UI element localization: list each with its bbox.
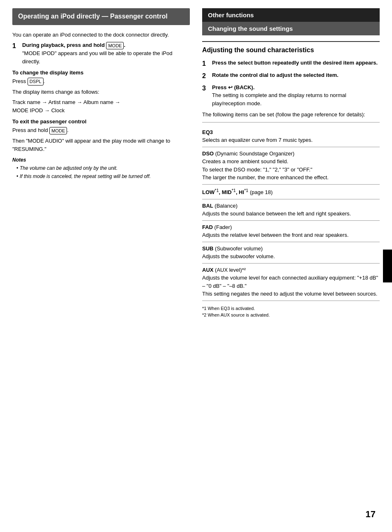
left-header: Operating an iPod directly — Passenger c… — [12, 8, 190, 25]
aux-label: AUX (AUX level)*² Adjusts the volume lev… — [202, 266, 380, 298]
settings-row-bal: BAL (Balance) Adjusts the sound balance … — [202, 199, 380, 221]
note2: If this mode is canceled, the repeat set… — [16, 173, 190, 180]
right-column: Other functions Changing the sound setti… — [202, 8, 380, 319]
follow-text: The following items can be set (follow t… — [202, 111, 380, 119]
fad-label: FAD (Fader) Adjusts the relative level b… — [202, 223, 380, 239]
step1-key: MODE — [106, 42, 124, 50]
right-header-top: Other functions — [202, 8, 380, 22]
right-step1-num: 1 — [202, 59, 209, 69]
right-step2: 2 Rotate the control dial to adjust the … — [202, 71, 380, 81]
right-title-sub: Changing the sound settings — [208, 25, 374, 32]
dso-label: DSO (Dynamic Soundstage Organizer) Creat… — [202, 150, 380, 182]
low-label: LOW*1, MID*1, HI*1 (page 18) — [202, 187, 380, 197]
footnote2: *2 When AUX source is activated. — [202, 312, 380, 319]
eq3-label: EQ3 Selects an equalizer curve from 7 mu… — [202, 128, 380, 144]
note1: The volume can be adjusted only by the u… — [16, 164, 190, 172]
follow-divider — [202, 122, 380, 123]
right-title-top: Other functions — [208, 12, 374, 19]
black-tab — [383, 250, 392, 282]
display-press: Press DSPL. — [12, 77, 190, 86]
step1-num: 1 — [12, 41, 19, 65]
right-step3-num: 3 — [202, 83, 209, 108]
settings-row-aux: AUX (AUX level)*² Adjusts the volume lev… — [202, 264, 380, 301]
footnote1: *1 When EQ3 is activated. — [202, 305, 380, 312]
left-title: Operating an iPod directly — Passenger c… — [18, 12, 184, 21]
notes-title: Notes — [12, 157, 190, 163]
right-step2-num: 2 — [202, 71, 209, 81]
step1-text: During playback, press and hold MODE. "M… — [22, 41, 190, 65]
bal-label: BAL (Balance) Adjusts the sound balance … — [202, 202, 380, 218]
settings-row-low: LOW*1, MID*1, HI*1 (page 18) — [202, 185, 380, 199]
right-header-sub: Changing the sound settings — [202, 22, 380, 35]
exit-title: To exit the passenger control — [12, 118, 190, 125]
display-text: The display items change as follows: — [12, 88, 190, 96]
step1-desc: "MODE IPOD" appears and you will be able… — [22, 50, 173, 65]
adjusting-title: Adjusting the sound characteristics — [202, 46, 380, 55]
settings-row-dso: DSO (Dynamic Soundstage Organizer) Creat… — [202, 147, 380, 185]
exit-press: Press and hold MODE. — [12, 126, 190, 134]
left-intro: You can operate an iPod connected to the… — [12, 31, 190, 39]
settings-table: EQ3 Selects an equalizer curve from 7 mu… — [202, 126, 380, 301]
right-step1-text: Press the select button repeatedly until… — [212, 59, 378, 69]
top-divider — [202, 41, 380, 42]
page-number: 17 — [366, 509, 376, 520]
left-column: Operating an iPod directly — Passenger c… — [12, 8, 190, 319]
left-step1: 1 During playback, press and hold MODE. … — [12, 41, 190, 65]
right-step3: 3 Press ↩ (BACK). The setting is complet… — [202, 83, 380, 108]
right-steps: 1 Press the select button repeatedly unt… — [202, 59, 380, 108]
settings-row-fad: FAD (Fader) Adjusts the relative level b… — [202, 221, 380, 242]
display-title: To change the display items — [12, 69, 190, 76]
display-key: DSPL — [28, 78, 44, 86]
step1-title: During playback, press and hold — [22, 42, 105, 48]
settings-row-sub: SUB (Subwoofer volume) Adjusts the subwo… — [202, 242, 380, 264]
exit-key: MODE — [49, 127, 67, 135]
right-step3-text: Press ↩ (BACK). The setting is complete … — [212, 83, 380, 108]
exit-text: Then "MODE AUDIO" will appear and the pl… — [12, 137, 190, 153]
right-step1: 1 Press the select button repeatedly unt… — [202, 59, 380, 69]
footnotes: *1 When EQ3 is activated. *2 When AUX so… — [202, 305, 380, 319]
notes-section: Notes The volume can be adjusted only by… — [12, 157, 190, 180]
sub-label: SUB (Subwoofer volume) Adjusts the subwo… — [202, 245, 380, 261]
right-step2-text: Rotate the control dial to adjust the se… — [212, 71, 339, 81]
notes-list: The volume can be adjusted only by the u… — [12, 164, 190, 180]
right-step3-desc: The setting is complete and the display … — [212, 92, 346, 106]
settings-row-eq3: EQ3 Selects an equalizer curve from 7 mu… — [202, 126, 380, 147]
display-flow: Track name → Artist name → Album name → … — [12, 98, 190, 114]
